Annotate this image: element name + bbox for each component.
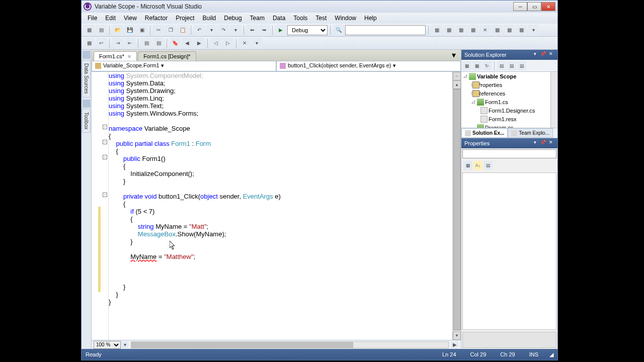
menu-view[interactable]: View (120, 14, 141, 23)
toolbar2-overflow[interactable]: ▾ (251, 38, 262, 49)
type-nav-select[interactable]: Variable_Scope.Form1 ▾ (92, 61, 276, 71)
bottom-tab[interactable]: Solution Ex... (461, 128, 508, 138)
clear-bookmarks-button[interactable]: ✕ (239, 38, 250, 49)
display-ws-button[interactable]: ▦ (84, 38, 95, 49)
properties-grid[interactable] (462, 172, 556, 330)
split-button[interactable]: ─ (453, 72, 461, 80)
menu-debug[interactable]: Debug (220, 14, 246, 23)
menu-data[interactable]: Data (269, 14, 289, 23)
doc-tab[interactable]: Form1.cs [Design]* (138, 51, 196, 61)
menu-team[interactable]: Team (246, 14, 269, 23)
fold-ctor[interactable]: − (103, 155, 107, 159)
panel-dropdown-icon[interactable]: ▾ (531, 51, 538, 58)
menu-test[interactable]: Test (311, 14, 331, 23)
tb-btn-e[interactable]: ✕ (479, 25, 491, 36)
resize-grip[interactable]: ◢ (545, 351, 553, 358)
editor[interactable]: − − − − using System.ComponentModel;usin… (92, 72, 461, 340)
close-tab-icon[interactable]: ✕ (127, 54, 131, 59)
save-all-button[interactable]: ▣ (136, 25, 147, 36)
props-close-icon[interactable]: ✕ (547, 140, 554, 147)
undo-dropdown[interactable]: ▾ (206, 25, 217, 36)
properties-object-select[interactable] (462, 149, 556, 158)
doc-tab[interactable]: Form1.cs*✕ (94, 51, 137, 61)
tree-references[interactable]: ▷References (461, 89, 557, 98)
menu-window[interactable]: Window (331, 14, 360, 23)
code-area[interactable]: using System.ComponentModel;using System… (109, 72, 452, 340)
find-in-files-button[interactable]: 🔍 (333, 25, 344, 36)
tb-btn-d[interactable]: ▦ (467, 25, 478, 36)
decrease-indent-button[interactable]: ⇤ (124, 38, 135, 49)
tree-properties[interactable]: ▷Properties (461, 80, 557, 89)
view-code-button[interactable]: ▤ (497, 61, 506, 70)
undo-button[interactable]: ↶ (194, 25, 205, 36)
uncomment-button[interactable]: ▤ (153, 38, 164, 49)
solution-tree[interactable]: ◿Variable Scope ▷Properties ▷References … (461, 72, 557, 128)
toolbar-overflow[interactable]: ▾ (528, 25, 539, 36)
doc-tabs-dropdown[interactable]: ▾ (449, 49, 459, 61)
config-select[interactable]: Debug (287, 25, 328, 35)
menu-file[interactable]: File (84, 14, 101, 23)
alphabetical-button[interactable]: A↓ (473, 161, 482, 170)
data-sources-tab[interactable]: Data Sources (82, 60, 91, 98)
view-designer-button[interactable]: ▤ (507, 61, 516, 70)
add-item-button[interactable]: ▤ (96, 25, 107, 36)
view-diagram-button[interactable]: ▤ (517, 61, 526, 70)
zoom-dropdown[interactable]: ▾ (121, 341, 129, 348)
fold-method[interactable]: − (103, 193, 107, 197)
scroll-up-button[interactable]: ▲ (453, 80, 461, 89)
fold-namespace[interactable]: − (103, 125, 107, 129)
nav-back-button[interactable]: ⬅ (247, 25, 258, 36)
fold-class[interactable]: − (103, 140, 107, 144)
tree-resx[interactable]: Form1.resx (461, 115, 557, 123)
tb-btn-b[interactable]: ▦ (443, 25, 454, 36)
menu-help[interactable]: Help (360, 14, 381, 23)
open-button[interactable]: 📂 (112, 25, 123, 36)
start-debug-button[interactable]: ▶ (275, 25, 286, 36)
scroll-down-button[interactable]: ▼ (453, 331, 461, 340)
tree-form1[interactable]: ◿Form1.cs (461, 98, 557, 106)
horizontal-scrollbar[interactable] (131, 341, 449, 348)
word-wrap-button[interactable]: ↩ (96, 38, 107, 49)
menu-build[interactable]: Build (199, 14, 220, 23)
tb-btn-a[interactable]: ▦ (431, 25, 442, 36)
tb-btn-h[interactable]: ▦ (516, 25, 527, 36)
vertical-scrollbar[interactable]: ─ ▲ ▼ (452, 72, 461, 340)
nav-fwd-button[interactable]: ➡ (259, 25, 270, 36)
redo-button[interactable]: ↷ (218, 25, 229, 36)
menu-project[interactable]: Project (172, 14, 198, 23)
redo-dropdown[interactable]: ▾ (230, 25, 241, 36)
minimize-button[interactable]: ─ (513, 2, 527, 11)
close-button[interactable]: ✕ (541, 2, 555, 11)
properties-page-button[interactable]: ▤ (484, 161, 493, 170)
tb-btn-c[interactable]: ▦ (455, 25, 466, 36)
scroll-thumb[interactable] (453, 89, 461, 330)
next-bookmark-button[interactable]: ▶ (194, 38, 205, 49)
paste-button[interactable]: 📋 (177, 25, 188, 36)
tb-btn-f[interactable]: ▦ (492, 25, 503, 36)
categorized-button[interactable]: ▦ (463, 161, 472, 170)
comment-button[interactable]: ▤ (141, 38, 152, 49)
tree-program[interactable]: Program.cs (461, 123, 557, 128)
menu-refactor[interactable]: Refactor (141, 14, 172, 23)
tb-btn-g[interactable]: ▦ (504, 25, 515, 36)
increase-indent-button[interactable]: ⇥ (112, 38, 123, 49)
refresh-button[interactable]: ↻ (482, 61, 492, 70)
prev-bookmark-button[interactable]: ◀ (182, 38, 193, 49)
copy-button[interactable]: ❐ (165, 25, 176, 36)
props-dropdown-icon[interactable]: ▾ (531, 140, 538, 147)
bookmark-button[interactable]: 🔖 (170, 38, 181, 49)
tree-designer[interactable]: Form1.Designer.cs (461, 106, 557, 115)
panel-close-icon[interactable]: ✕ (547, 51, 554, 58)
new-project-button[interactable]: ▦ (84, 25, 95, 36)
hscroll-right[interactable]: ▶ (451, 341, 459, 348)
prev-bookmark-folder[interactable]: ◁ (210, 38, 221, 49)
next-bookmark-folder[interactable]: ▷ (222, 38, 233, 49)
props-pin-icon[interactable]: 📌 (539, 140, 546, 147)
toolbox-tab[interactable]: Toolbox (82, 109, 91, 133)
member-nav-select[interactable]: button1_Click(object sender, EventArgs e… (276, 61, 461, 71)
find-input[interactable] (345, 25, 426, 35)
cut-button[interactable]: ✂ (153, 25, 164, 36)
properties-button[interactable]: ▦ (462, 61, 471, 70)
panel-pin-icon[interactable]: 📌 (539, 51, 546, 58)
tree-project[interactable]: ◿Variable Scope (461, 72, 557, 80)
